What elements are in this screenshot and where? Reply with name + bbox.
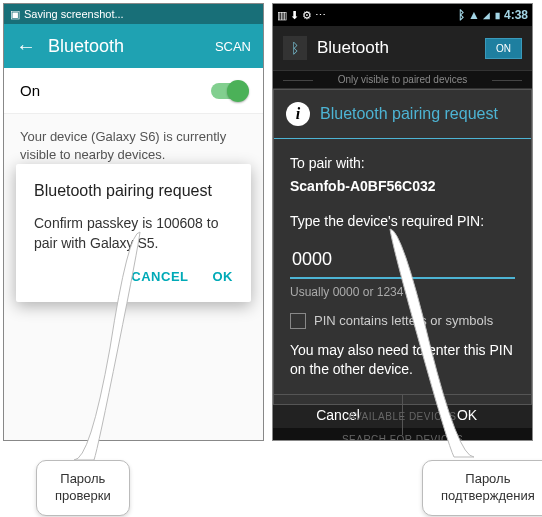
dialog-title: Bluetooth pairing request [34,182,233,200]
callout-password-confirm: Пароль подтверждения [422,460,542,516]
dialog-body: Confirm passkey is 100608 to pair with G… [34,214,233,253]
pin-hint: Usually 0000 or 1234 [290,283,515,301]
pin-input[interactable]: 0000 [290,242,515,279]
checkbox[interactable] [290,313,306,329]
page-title: Bluetooth [48,36,215,57]
info-icon: i [286,102,310,126]
bluetooth-icon: ᛒ [283,36,307,60]
status-bar: ▥ ⬇ ⚙ ⋯ ᛒ ▲ ◢ ▮ 4:38 [273,4,532,26]
page-title: Bluetooth [317,38,389,58]
back-icon[interactable]: ← [16,35,36,58]
bluetooth-toggle-row[interactable]: On [4,68,263,114]
checkbox-row[interactable]: PIN contains letters or symbols [290,311,515,331]
status-left-icons: ▥ ⬇ ⚙ ⋯ [277,9,326,22]
on-label: On [20,82,40,99]
status-bar: ▣ Saving screenshot... [4,4,263,24]
scan-button[interactable]: SCAN [215,39,251,54]
app-header: ← Bluetooth SCAN [4,24,263,68]
status-text: Saving screenshot... [24,8,124,20]
phone-dark: ▥ ⬇ ⚙ ⋯ ᛒ ▲ ◢ ▮ 4:38 ᛒ Bluetooth ON Only… [272,3,533,441]
toggle-switch[interactable] [211,83,247,99]
pin-label: Type the device's required PIN: [290,211,515,232]
checkbox-label: PIN contains letters or symbols [314,311,493,331]
ok-button[interactable]: OK [213,269,234,284]
visibility-subheader: Only visible to paired devices [273,70,532,89]
cancel-button[interactable]: CANCEL [131,269,188,284]
status-right: ᛒ ▲ ◢ ▮ 4:38 [458,8,528,22]
pairing-dialog: Bluetooth pairing request Confirm passke… [16,164,251,302]
pair-with-label: To pair with: [290,153,515,174]
app-header: ᛒ Bluetooth ON [273,26,532,70]
device-name: Scanfob-A0BF56C032 [290,176,515,197]
phone-light: ▣ Saving screenshot... ← Bluetooth SCAN … [3,3,264,441]
on-toggle[interactable]: ON [485,38,522,59]
pairing-dialog: i Bluetooth pairing request To pair with… [273,89,532,405]
callout-password-check: Пароль проверки [36,460,130,516]
dialog-title: Bluetooth pairing request [320,105,498,123]
screenshot-icon: ▣ [10,8,20,21]
note-text: You may also need to enter this PIN on t… [290,341,515,380]
